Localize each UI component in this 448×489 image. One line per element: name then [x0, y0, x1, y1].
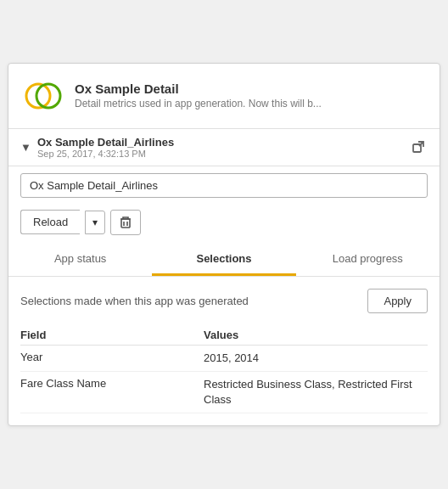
cell-field-0: Year — [20, 351, 204, 363]
section-info: Ox Sample Detail_Airlines Sep 25, 2017, … — [37, 136, 409, 159]
delete-button[interactable] — [110, 210, 141, 235]
tab-content-selections: Selections made when this app was genera… — [8, 277, 440, 426]
header-text: Ox Sample Detail Detail metrics used in … — [75, 82, 322, 110]
cell-field-1: Fare Class Name — [20, 377, 204, 390]
tabs-bar: App status Selections Load progress — [8, 244, 440, 277]
input-row — [8, 166, 440, 205]
main-card: Ox Sample Detail Detail metrics used in … — [8, 63, 440, 427]
trash-icon — [120, 216, 132, 229]
app-title: Ox Sample Detail — [75, 82, 322, 96]
card-header: Ox Sample Detail Detail metrics used in … — [8, 64, 440, 129]
svg-rect-4 — [121, 219, 130, 228]
section-bar: ▼ Ox Sample Detail_Airlines Sep 25, 2017… — [8, 129, 440, 166]
section-date: Sep 25, 2017, 4:32:13 PM — [37, 149, 409, 159]
tab-app-status[interactable]: App status — [8, 244, 152, 276]
selections-description: Selections made when this app was genera… — [20, 295, 249, 307]
column-header-values: Values — [204, 329, 428, 341]
logo-svg — [23, 76, 62, 115]
table-header: Field Values — [20, 323, 428, 346]
selections-header: Selections made when this app was genera… — [20, 289, 428, 313]
chevron-down-icon: ▾ — [92, 216, 98, 228]
table-row: Fare Class Name Restricted Business Clas… — [20, 372, 428, 413]
external-link-button[interactable] — [409, 138, 428, 156]
apply-button[interactable]: Apply — [367, 289, 428, 313]
button-row: Reload ▾ — [8, 205, 440, 244]
table-row: Year 2015, 2014 — [20, 346, 428, 372]
app-name-input[interactable] — [20, 173, 428, 198]
reload-button[interactable]: Reload — [20, 210, 80, 234]
cell-values-0: 2015, 2014 — [204, 351, 428, 366]
collapse-arrow-icon[interactable]: ▼ — [20, 141, 32, 153]
section-name: Ox Sample Detail_Airlines — [37, 136, 409, 149]
tab-load-progress[interactable]: Load progress — [296, 244, 440, 276]
tab-selections[interactable]: Selections — [152, 244, 295, 276]
external-link-icon — [412, 140, 425, 154]
cell-values-1: Restricted Business Class, Restricted Fi… — [204, 377, 428, 408]
app-desc: Detail metrics used in app generation. N… — [75, 98, 322, 110]
column-header-field: Field — [20, 329, 204, 341]
reload-dropdown-button[interactable]: ▾ — [85, 211, 105, 234]
app-logo — [20, 74, 64, 118]
